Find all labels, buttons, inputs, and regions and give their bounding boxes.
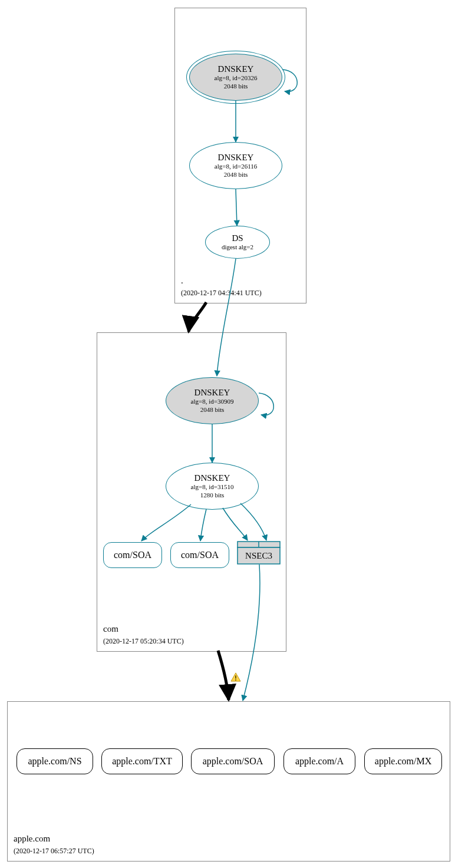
node-title: DNSKEY <box>194 388 230 398</box>
apple-a: apple.com/A <box>283 748 355 774</box>
node-label: apple.com/NS <box>28 756 81 767</box>
node-title: DNSKEY <box>194 473 230 483</box>
apple-soa: apple.com/SOA <box>191 748 275 774</box>
node-label: apple.com/A <box>295 756 344 767</box>
node-title: DS <box>232 233 243 243</box>
zone-com-label: com (2020-12-17 05:20:34 UTC) <box>103 623 184 646</box>
apple-txt: apple.com/TXT <box>101 748 183 774</box>
com-soa-1: com/SOA <box>103 542 162 568</box>
nsec3-label: NSEC3 <box>245 551 272 560</box>
zone-apple-name: apple.com <box>14 834 50 843</box>
node-sub2: 1280 bits <box>200 491 225 499</box>
node-label: apple.com/TXT <box>112 756 172 767</box>
root-ds: DS digest alg=2 <box>205 226 270 259</box>
com-dnskey-zsk: DNSKEY alg=8, id=31510 1280 bits <box>166 463 259 510</box>
node-sub1: digest alg=2 <box>222 243 253 251</box>
node-sub1: alg=8, id=20326 <box>215 74 258 82</box>
warning-icon <box>230 672 241 682</box>
svg-rect-4 <box>235 679 236 681</box>
edge-root-com-delegation <box>189 302 206 332</box>
zone-root-label: . (2020-12-17 04:34:41 UTC) <box>181 275 262 298</box>
zone-com-name: com <box>103 624 118 633</box>
node-title: DNSKEY <box>218 153 254 163</box>
node-sub1: alg=8, id=31510 <box>191 483 234 491</box>
root-dnskey-ksk: DNSKEY alg=8, id=20326 2048 bits <box>189 54 282 101</box>
node-sub2: 2048 bits <box>224 171 248 179</box>
zone-root-timestamp: (2020-12-17 04:34:41 UTC) <box>181 289 262 297</box>
apple-ns: apple.com/NS <box>17 748 93 774</box>
zone-apple-label: apple.com (2020-12-17 06:57:27 UTC) <box>14 833 94 856</box>
node-sub2: 2048 bits <box>200 406 225 414</box>
node-sub1: alg=8, id=30909 <box>191 398 234 405</box>
zone-root-name: . <box>181 276 183 285</box>
edge-com-apple-delegation <box>218 651 229 700</box>
node-sub2: 2048 bits <box>224 82 248 90</box>
node-title: DNSKEY <box>218 64 254 74</box>
com-nsec3: NSEC3 <box>237 541 281 569</box>
com-dnskey-ksk: DNSKEY alg=8, id=30909 2048 bits <box>166 377 259 424</box>
com-soa-2: com/SOA <box>170 542 229 568</box>
zone-apple-timestamp: (2020-12-17 06:57:27 UTC) <box>14 847 94 855</box>
root-dnskey-zsk: DNSKEY alg=8, id=26116 2048 bits <box>189 142 282 189</box>
zone-com-timestamp: (2020-12-17 05:20:34 UTC) <box>103 637 184 645</box>
node-label: apple.com/SOA <box>203 756 263 767</box>
zone-apple: apple.com (2020-12-17 06:57:27 UTC) <box>7 701 450 862</box>
node-label: com/SOA <box>114 550 151 560</box>
apple-mx: apple.com/MX <box>364 748 442 774</box>
node-label: com/SOA <box>181 550 219 560</box>
svg-rect-3 <box>235 675 236 678</box>
node-label: apple.com/MX <box>375 756 431 767</box>
node-sub1: alg=8, id=26116 <box>215 163 258 170</box>
